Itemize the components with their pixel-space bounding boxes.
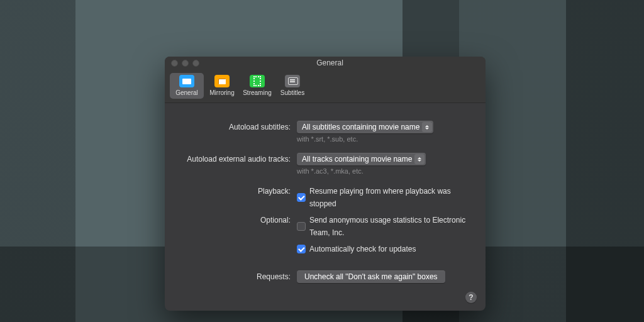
label-requests: Requests: [179,270,297,283]
subtitles-icon [285,75,300,87]
checkbox-usage-stats[interactable] [297,222,306,231]
tab-label: General [175,89,198,96]
button-uncheck-all[interactable]: Uncheck all "Don't ask me again" boxes [297,270,445,283]
help-button[interactable]: ? [465,292,477,303]
label-autoload-subtitles: Autoload subtitles: [179,121,297,133]
tab-label: Subtitles [280,89,304,96]
checkbox-label: Automatically check for updates [309,243,416,255]
tab-streaming[interactable]: Streaming [240,73,274,99]
titlebar: General [165,57,486,69]
checkbox-auto-update[interactable] [297,245,306,253]
tab-subtitles[interactable]: Subtitles [275,73,309,99]
label-playback: Playback: [179,185,297,197]
button-label: Uncheck all "Don't ask me again" boxes [304,272,438,281]
label-optional: Optional: [179,214,297,226]
hint-subtitles: with *.srt, *.sub, etc. [297,135,472,143]
content-area: Autoload subtitles: All subtitles contai… [165,103,486,311]
select-value: All tracks containing movie name [302,155,412,164]
checkbox-resume-playback[interactable] [297,193,306,202]
stepper-icon [414,154,425,164]
mirroring-icon [214,75,230,87]
select-value: All subtitles containing movie name [302,123,419,131]
preferences-window: General General Mirroring Streaming Subt… [165,57,486,311]
streaming-icon [250,75,265,87]
stepper-icon [422,122,432,132]
label-autoload-audio: Autoload external audio tracks: [179,153,297,165]
checkbox-label: Resume playing from where playback was s… [309,185,472,210]
hint-audio: with *.ac3, *.mka, etc. [297,167,472,175]
tab-mirroring[interactable]: Mirroring [205,73,239,99]
help-icon: ? [469,293,473,302]
toolbar: General Mirroring Streaming Subtitles [165,69,486,103]
select-autoload-subtitles[interactable]: All subtitles containing movie name [297,121,433,133]
select-autoload-audio[interactable]: All tracks containing movie name [297,153,426,165]
tab-label: Mirroring [209,89,234,96]
window-title: General [174,58,486,67]
checkbox-label: Send anonymous usage statistics to Elect… [309,214,472,239]
general-icon [179,75,194,87]
tab-general[interactable]: General [170,73,204,99]
tab-label: Streaming [243,89,272,96]
